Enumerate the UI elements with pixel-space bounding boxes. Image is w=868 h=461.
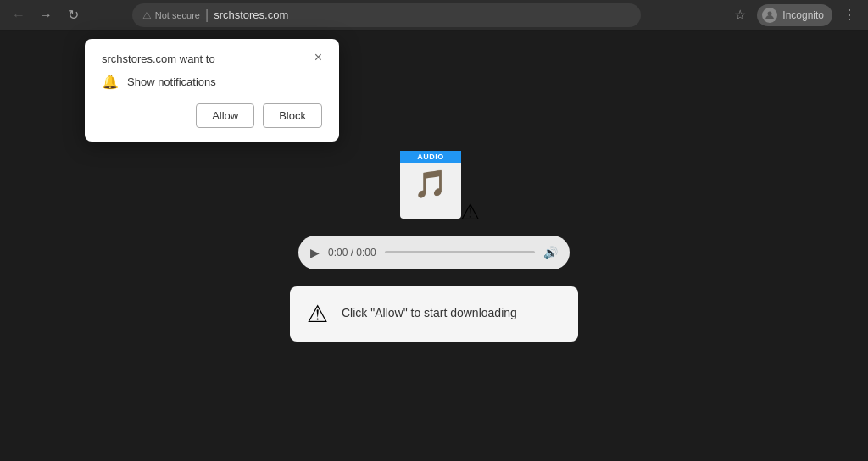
volume-icon[interactable]: 🔊 [543, 246, 558, 259]
back-button[interactable]: ← [7, 3, 31, 27]
center-content: AUDIO 🎵 ⚠ ▶ 0:00 / 0:00 🔊 ⚠ Click "Allow… [290, 151, 578, 342]
incognito-label: Incognito [782, 9, 824, 21]
menu-button[interactable]: ⋮ [837, 3, 861, 27]
progress-bar[interactable] [385, 251, 535, 253]
audio-player[interactable]: ▶ 0:00 / 0:00 🔊 [298, 236, 570, 269]
security-label: Not secure [155, 10, 200, 20]
dialog-header: srchstores.com want to × [102, 53, 322, 65]
time-display: 0:00 / 0:00 [328, 247, 376, 258]
dialog-title: srchstores.com want to [102, 53, 215, 65]
toolbar-right: ☆ Incognito ⋮ [728, 3, 861, 27]
dialog-actions: Allow Block [102, 103, 322, 128]
svg-point-0 [768, 11, 772, 15]
audio-file-icon: AUDIO 🎵 [400, 151, 461, 219]
permission-item: 🔔 Show notifications [102, 74, 322, 90]
audio-icon-wrapper: AUDIO 🎵 ⚠ [400, 151, 468, 219]
browser-frame: ← → ↻ ⚠ Not secure | srchstores.com ☆ [0, 0, 868, 461]
refresh-button[interactable]: ↻ [61, 3, 85, 27]
bell-icon: 🔔 [102, 74, 119, 90]
warning-box-text: Click "Allow" to start downloading [342, 305, 517, 322]
audio-warning-icon: ⚠ [460, 199, 480, 225]
warning-box-icon: ⚠ [307, 300, 328, 328]
music-notes-icon: 🎵 [414, 168, 448, 200]
play-button[interactable]: ▶ [310, 246, 320, 259]
close-button[interactable]: × [314, 51, 322, 64]
bookmark-button[interactable]: ☆ [728, 3, 752, 27]
permission-dialog: srchstores.com want to × 🔔 Show notifica… [85, 39, 339, 142]
nav-buttons: ← → ↻ [7, 3, 85, 27]
allow-button[interactable]: Allow [196, 103, 254, 128]
page-content: srchstores.com want to × 🔔 Show notifica… [0, 31, 868, 461]
address-bar[interactable]: ⚠ Not secure | srchstores.com [132, 3, 641, 27]
audio-badge: AUDIO [400, 151, 461, 163]
forward-button[interactable]: → [34, 3, 58, 27]
warning-box: ⚠ Click "Allow" to start downloading [290, 286, 578, 342]
titlebar: ← → ↻ ⚠ Not secure | srchstores.com ☆ [0, 0, 868, 31]
security-warning: ⚠ Not secure [142, 9, 200, 21]
url-text: srchstores.com [214, 8, 288, 21]
warning-icon: ⚠ [142, 9, 152, 21]
permission-label: Show notifications [127, 75, 216, 88]
block-button[interactable]: Block [263, 103, 322, 128]
incognito-badge: Incognito [757, 4, 832, 26]
incognito-icon [762, 8, 777, 23]
